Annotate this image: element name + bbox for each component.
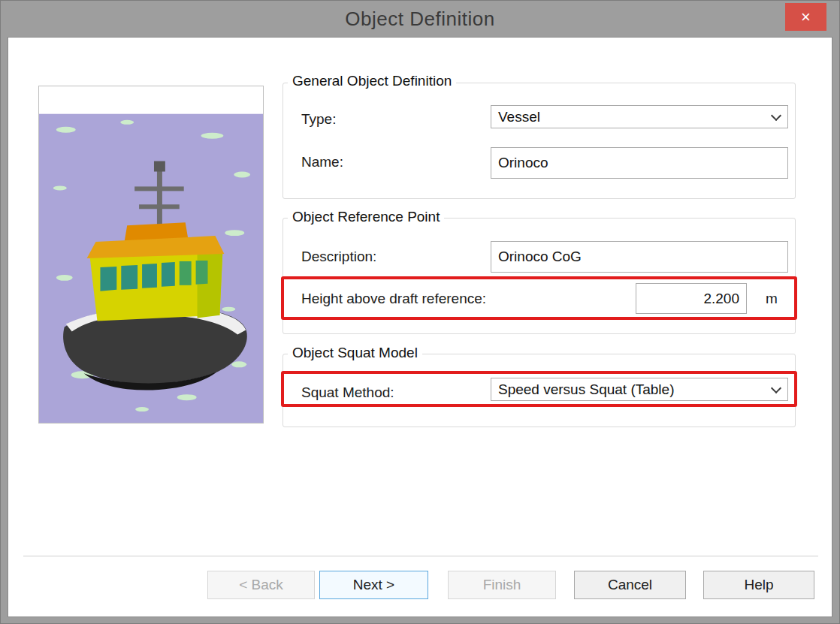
type-select-value: Vessel (498, 109, 540, 125)
group-caption-reference: Object Reference Point (288, 209, 444, 225)
finish-button[interactable]: Finish (448, 571, 556, 599)
back-button[interactable]: < Back (207, 571, 315, 599)
titlebar: Object Definition (1, 1, 839, 37)
type-select[interactable]: Vessel (491, 105, 788, 128)
dialog-content: General Object Definition Type: Vessel N… (8, 37, 832, 617)
next-button[interactable]: Next > (319, 571, 428, 599)
vessel-3d-render (39, 86, 263, 423)
dialog-title: Object Definition (345, 8, 494, 31)
group-caption-squat: Object Squat Model (288, 345, 422, 361)
name-input[interactable] (491, 147, 788, 179)
group-caption-general: General Object Definition (288, 73, 456, 89)
name-label: Name: (301, 154, 343, 170)
help-button[interactable]: Help (703, 571, 814, 599)
type-label: Type: (301, 111, 336, 128)
height-above-draft-input[interactable] (636, 283, 747, 314)
group-object-reference-point (283, 218, 796, 334)
vessel-preview-image (38, 86, 264, 424)
cancel-button[interactable]: Cancel (574, 571, 686, 599)
height-unit-label: m (766, 291, 778, 307)
description-label: Description: (301, 249, 376, 265)
object-definition-dialog: Object Definition × (0, 0, 840, 624)
footer-divider (23, 556, 818, 556)
height-above-draft-label: Height above draft reference: (301, 291, 486, 307)
group-general-object-definition (283, 83, 796, 199)
squat-method-select[interactable]: Speed versus Squat (Table) (491, 378, 788, 401)
close-icon[interactable]: × (785, 3, 826, 31)
squat-method-select-value: Speed versus Squat (Table) (498, 381, 674, 398)
squat-method-label: Squat Method: (301, 384, 394, 401)
chevron-down-icon (771, 382, 781, 393)
chevron-down-icon (771, 110, 781, 120)
description-input[interactable] (491, 241, 788, 273)
